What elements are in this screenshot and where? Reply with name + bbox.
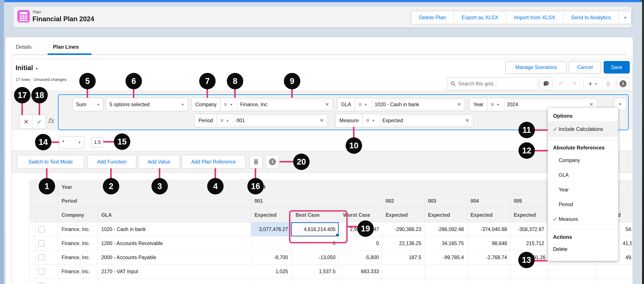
- grid-cell-company[interactable]: Finance, Inc.: [58, 222, 98, 236]
- filter-value-input[interactable]: Finance, Inc.✕: [238, 99, 332, 110]
- delete-plan-button[interactable]: Delete Plan: [411, 11, 454, 24]
- grid-cell-gla[interactable]: 1200 - Accounts Receivable: [98, 236, 251, 250]
- grid-cell-value[interactable]: 215,712: [510, 236, 548, 250]
- grid-cell[interactable]: [98, 278, 251, 284]
- close-icon[interactable]: ✕: [465, 117, 470, 124]
- manage-scenarios-button[interactable]: Manage Scenarios: [505, 61, 567, 74]
- close-icon[interactable]: ✕: [457, 101, 461, 108]
- grid-cell-value[interactable]: 34,165.75: [424, 236, 467, 250]
- grid-cell-value[interactable]: 683.333: [339, 264, 382, 278]
- close-icon[interactable]: ✕: [589, 101, 594, 108]
- grid-cell-value[interactable]: -13,050: [291, 250, 339, 264]
- row-checkbox[interactable]: [38, 254, 45, 261]
- row-checkbox[interactable]: [38, 282, 45, 284]
- grid-cell[interactable]: [291, 278, 339, 284]
- grid-cell-value[interactable]: -8,700: [251, 250, 291, 264]
- options-selected-dropdown[interactable]: 5 options selected▼: [106, 98, 188, 111]
- add-row-button[interactable]: +▼: [584, 77, 602, 90]
- header-more-actions-button[interactable]: ▼: [618, 11, 632, 24]
- add-plan-reference-button[interactable]: Add Plan Reference: [182, 155, 246, 169]
- menu-item-measure[interactable]: ✓Measure: [548, 212, 618, 226]
- cancel-button[interactable]: Cancel: [569, 61, 601, 74]
- grid-cell-gla[interactable]: 1020 - Cash in bank: [98, 222, 251, 236]
- filter-value-input[interactable]: Expected✕: [380, 115, 472, 126]
- filter-value-input[interactable]: 1020 - Cash in bank✕: [372, 99, 464, 110]
- search-icon: [450, 81, 456, 87]
- grid-cell[interactable]: [548, 264, 595, 278]
- grid-cell[interactable]: [424, 278, 467, 284]
- menu-item-year[interactable]: Year: [548, 182, 618, 197]
- switch-to-text-mode-button[interactable]: Switch to Text Mode: [17, 155, 84, 169]
- grid-cell-value[interactable]: -99,785.4: [424, 250, 467, 264]
- grid-cell[interactable]: [58, 278, 98, 284]
- feedback-button[interactable]: [540, 77, 552, 90]
- operand-input[interactable]: [91, 137, 104, 148]
- row-checkbox[interactable]: [38, 226, 45, 232]
- menu-item-gla[interactable]: GLA: [548, 168, 618, 182]
- tab-details[interactable]: Details: [16, 44, 32, 50]
- grid-cell-company[interactable]: Finance, Inc.: [58, 264, 98, 278]
- export-xlsx-button[interactable]: Export as XLSX: [454, 11, 506, 24]
- operator-dropdown[interactable]: *▼: [59, 136, 85, 148]
- save-button[interactable]: Save: [604, 61, 630, 74]
- menu-item-company[interactable]: Company: [548, 153, 618, 168]
- grid-search-input[interactable]: [458, 81, 535, 87]
- grid-cell[interactable]: [467, 278, 510, 284]
- send-to-analytics-button[interactable]: Send to Analytics: [563, 11, 618, 24]
- grid-cell[interactable]: [251, 278, 291, 284]
- grid-cell-value[interactable]: -286,092.48: [424, 222, 467, 236]
- grid-cell-value[interactable]: -2,768.74: [467, 250, 510, 264]
- grid-cell-value[interactable]: 98,648: [467, 236, 510, 250]
- grid-cell-company[interactable]: Finance, Inc.: [58, 250, 98, 264]
- grid-cell-value[interactable]: -290,386.23: [382, 222, 424, 236]
- add-value-button[interactable]: Add Value: [138, 155, 180, 169]
- grid-cell-value[interactable]: [467, 264, 510, 278]
- grid-cell-value[interactable]: -5,800: [339, 250, 382, 264]
- grid-cell-gla[interactable]: 2000 - Accounts Payable: [98, 250, 251, 264]
- grid-cell-value[interactable]: [251, 236, 291, 250]
- grid-cell-value[interactable]: [424, 264, 467, 278]
- apply-formula-button[interactable]: ✓: [32, 115, 46, 129]
- grid-cell[interactable]: [595, 278, 632, 284]
- formula-info-button[interactable]: i: [266, 155, 279, 169]
- menu-item-delete[interactable]: Delete: [548, 242, 618, 256]
- filter-operator-dropdown[interactable]: =▼: [355, 98, 371, 111]
- grid-cell-value[interactable]: 187.5: [382, 250, 424, 264]
- menu-item-period[interactable]: Period: [548, 197, 618, 212]
- close-icon[interactable]: ✕: [320, 117, 324, 124]
- row-checkbox[interactable]: [38, 240, 45, 246]
- menu-item-include-calculations[interactable]: ✓ Include Calculations: [548, 121, 618, 137]
- filter-operator-dropdown[interactable]: =▼: [217, 114, 232, 127]
- delete-row-button[interactable]: [602, 77, 614, 90]
- aggregate-function-dropdown[interactable]: Sum▼: [72, 98, 104, 111]
- tab-plan-lines[interactable]: Plan Lines: [53, 44, 79, 50]
- filter-operator-dropdown[interactable]: =▼: [487, 98, 503, 111]
- grid-info-button[interactable]: i: [617, 77, 629, 90]
- row-checkbox[interactable]: [38, 268, 45, 275]
- close-icon[interactable]: ✕: [325, 101, 329, 108]
- grid-cell-value[interactable]: [382, 264, 424, 278]
- grid-cell-value[interactable]: 1,025: [251, 264, 291, 278]
- grid-cell-value[interactable]: -374,040.88: [467, 222, 510, 236]
- grid-cell-value[interactable]: [595, 264, 632, 278]
- scenario-selector[interactable]: Initial ▼: [16, 64, 38, 72]
- delete-formula-part-button[interactable]: [249, 155, 263, 169]
- add-function-button[interactable]: Add Function: [87, 155, 136, 169]
- grid-cell-company[interactable]: Finance, Inc.: [58, 236, 98, 250]
- filter-value-input[interactable]: 001✕: [234, 115, 327, 126]
- grid-cell-value[interactable]: 1,537.5: [291, 264, 339, 278]
- undo-button[interactable]: ↶: [555, 77, 568, 90]
- grid-cell-value[interactable]: 3,077,476.27: [251, 222, 291, 236]
- discard-formula-button[interactable]: ✕: [20, 115, 32, 129]
- grid-cell-gla[interactable]: 2170 - VAT Input: [98, 264, 251, 278]
- grid-cell[interactable]: [548, 278, 595, 284]
- grid-cell[interactable]: [382, 278, 424, 284]
- import-xlsx-button[interactable]: Import from XLSX: [506, 11, 563, 24]
- grid-cell-value[interactable]: 22,136.25: [382, 236, 424, 250]
- filter-operator-dropdown[interactable]: =▼: [362, 114, 378, 127]
- grid-cell[interactable]: [339, 278, 382, 284]
- grid-cell[interactable]: [510, 278, 548, 284]
- filter-operator-dropdown[interactable]: =▼: [220, 98, 236, 111]
- grid-cell-value[interactable]: -358,372.87: [510, 222, 548, 236]
- redo-button[interactable]: ↷: [568, 77, 581, 90]
